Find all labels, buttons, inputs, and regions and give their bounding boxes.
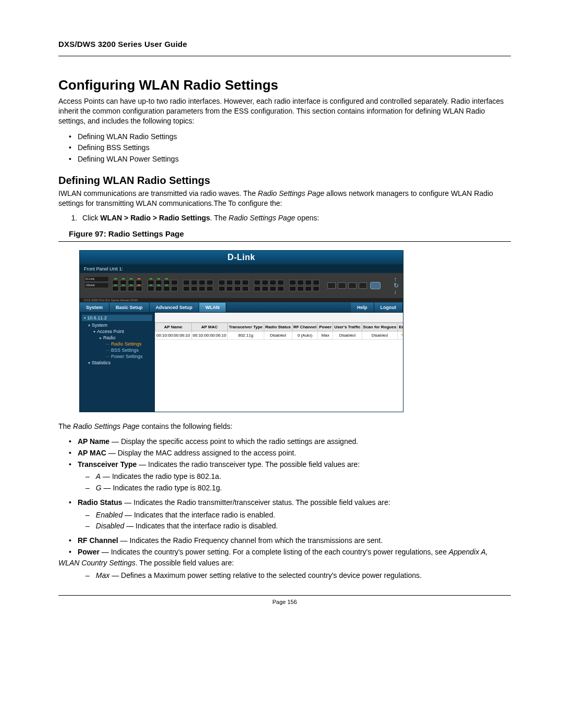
nav-tree: ▪10.6.11.2 System Access Point Radio Rad…: [80, 313, 155, 412]
header-rule: [58, 56, 511, 56]
cell-scan-rogues: Disabled: [362, 331, 398, 339]
ethernet-port[interactable]: [206, 286, 213, 291]
col-edit: Edit: [398, 323, 403, 331]
field-name: Radio Status: [78, 498, 123, 507]
col-users-traffic: User's Traffic: [333, 323, 362, 331]
figure-caption: Figure 97: Radio Settings Page: [69, 229, 511, 238]
ethernet-port[interactable]: [242, 286, 249, 291]
value-desc: — Defines a Maximum power setting relati…: [109, 571, 422, 579]
list-item: Enabled — Indicates that the interface r…: [58, 510, 511, 521]
tree-node-statistics[interactable]: Statistics: [82, 360, 152, 366]
list-item: Defining WLAN Power Settings: [58, 154, 511, 165]
ethernet-port[interactable]: [199, 286, 205, 291]
tab-system[interactable]: System: [80, 303, 109, 312]
tab-wlan[interactable]: WLAN: [199, 303, 226, 312]
ethernet-port[interactable]: [171, 286, 178, 291]
port-group: [112, 280, 142, 291]
tree-node-radio-settings[interactable]: Radio Settings: [82, 341, 152, 347]
tree-node-bss-settings[interactable]: BSS Settings: [82, 347, 152, 353]
list-item: AP MAC — Display the MAC address assigne…: [58, 448, 511, 459]
content-pane: AP Name AP MAC Transceiver Type Radio St…: [155, 313, 403, 412]
tab-basic-setup[interactable]: Basic Setup: [109, 303, 150, 312]
list-item: Defining BSS Settings: [58, 142, 511, 154]
value-desc: — Indicates that the interface radio is …: [123, 511, 275, 519]
edit-icon[interactable]: ✎: [398, 331, 403, 339]
figure-rule: [58, 241, 511, 242]
ethernet-port[interactable]: [313, 286, 320, 291]
ethernet-port[interactable]: [128, 286, 134, 291]
col-transceiver: Transceiver Type: [228, 323, 264, 331]
sfp-port[interactable]: [359, 282, 367, 289]
ethernet-port[interactable]: [163, 286, 170, 291]
device-brand: D-Link: [84, 276, 109, 282]
arrow-down-icon[interactable]: ↓: [394, 289, 399, 294]
ethernet-port[interactable]: [148, 286, 154, 291]
tree-node-radio[interactable]: Radio: [82, 335, 152, 341]
tree-node-power-settings[interactable]: Power Settings: [82, 353, 152, 360]
cell-ap-mac: 00:10:00:00:06:10: [191, 331, 228, 339]
ethernet-port[interactable]: [183, 286, 190, 291]
page-title: Configuring WLAN Radio Settings: [58, 77, 511, 93]
text: IWLAN communications are transmitted via…: [58, 189, 258, 198]
field-desc: . The possible field values are:: [136, 559, 234, 567]
sfp-ports: [326, 282, 367, 289]
ethernet-port[interactable]: [112, 286, 119, 291]
field-desc: — Display the MAC address assigned to th…: [106, 449, 296, 457]
ethernet-port[interactable]: [289, 286, 296, 291]
ethernet-port[interactable]: [136, 286, 142, 291]
page-ref: Radio Settings Page: [258, 189, 325, 198]
list-item: AP Name — Display the specific access po…: [58, 436, 511, 448]
list-item: RF Channel — Indicates the Radio Frequen…: [58, 535, 511, 547]
col-power: Power: [318, 323, 333, 331]
tree-root-ip[interactable]: ▪10.6.11.2: [82, 315, 152, 321]
arrow-up-icon[interactable]: ↑: [394, 277, 399, 282]
ethernet-port[interactable]: [270, 286, 276, 291]
ethernet-port[interactable]: [297, 286, 304, 291]
field-desc: — Indicates the country's power setting.…: [100, 548, 449, 556]
sfp-port[interactable]: [348, 282, 357, 289]
port-group: [148, 280, 178, 291]
steps-list: Click WLAN > Radio > Radio Settings. The…: [58, 214, 511, 222]
tab-logout[interactable]: Logout: [374, 303, 403, 312]
sublist: Enabled — Indicates that the interface r…: [58, 510, 511, 532]
section-heading: Defining WLAN Radio Settings: [58, 175, 511, 187]
ethernet-port[interactable]: [218, 286, 225, 291]
device-label-box: D-Link xStack: [84, 276, 109, 295]
field-desc: — Indicates the radio transceiver type. …: [137, 460, 360, 468]
topic-list: Defining WLAN Radio Settings Defining BS…: [58, 131, 511, 165]
sublist: A — Indicates the radio type is 802.1a. …: [58, 471, 511, 493]
ethernet-port[interactable]: [191, 286, 198, 291]
tab-advanced-setup[interactable]: Advanced Setup: [150, 303, 200, 312]
value-desc: — Indicates the radio type is 802.1g.: [102, 484, 222, 492]
doc-header: DXS/DWS 3200 Series User Guide: [58, 40, 511, 48]
tab-help[interactable]: Help: [351, 303, 374, 312]
text: Click: [82, 214, 100, 222]
ethernet-port[interactable]: [305, 286, 312, 291]
ethernet-port[interactable]: [234, 286, 241, 291]
col-rf-channel: RF Channel: [292, 323, 317, 331]
ethernet-port[interactable]: [254, 286, 261, 291]
ethernet-port[interactable]: [277, 286, 284, 291]
field-name: Transceiver Type: [78, 460, 137, 468]
tree-node-system[interactable]: System: [82, 322, 152, 328]
ethernet-port[interactable]: [262, 286, 268, 291]
refresh-icon[interactable]: ↻: [394, 283, 399, 288]
ethernet-port[interactable]: [226, 286, 233, 291]
list-item: Defining WLAN Radio Settings: [58, 131, 511, 143]
panel-scroll-arrows[interactable]: ↑ ↻ ↓: [394, 277, 399, 294]
ethernet-port[interactable]: [120, 286, 127, 291]
menu-path: WLAN > Radio > Radio Settings: [100, 214, 210, 222]
tree-node-access-point[interactable]: Access Point: [82, 328, 152, 335]
list-item: Radio Status — Indicates the Radio trans…: [58, 497, 511, 532]
port-group: [289, 280, 320, 291]
col-ap-mac: AP MAC: [191, 323, 228, 331]
sfp-port[interactable]: [327, 282, 336, 289]
field-name: Power: [78, 548, 100, 556]
value-desc: — Indicates that the interface radio is …: [124, 522, 278, 530]
col-scan-rogues: Scan for Rogues: [362, 323, 398, 331]
tab-spacer: [226, 303, 351, 312]
ethernet-port[interactable]: [155, 286, 162, 291]
port-group: [183, 280, 213, 291]
list-item: Max — Defines a Maximum power setting re…: [58, 570, 511, 582]
sfp-port[interactable]: [338, 282, 346, 289]
